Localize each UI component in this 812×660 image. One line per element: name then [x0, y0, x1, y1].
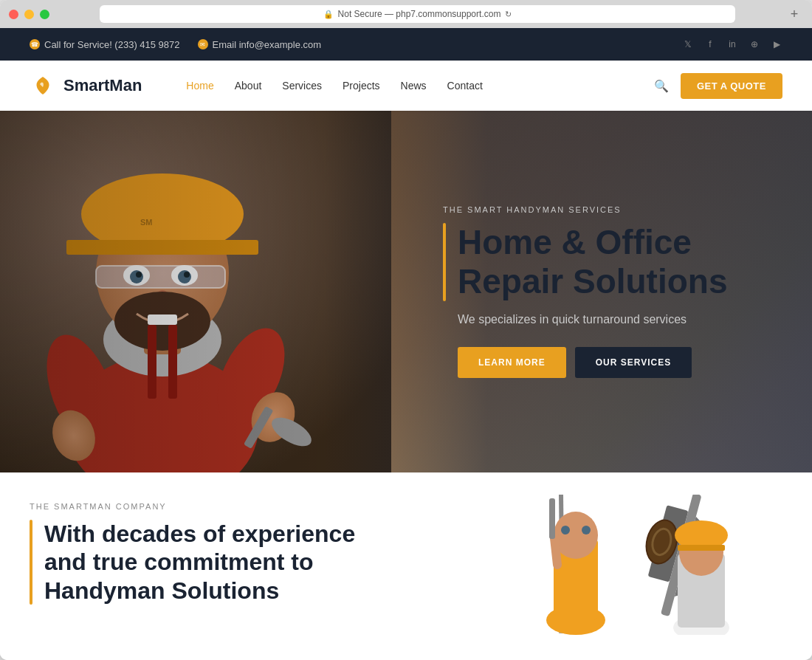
nav-services[interactable]: Services [282, 80, 322, 92]
browser-maximize-btn[interactable] [40, 10, 49, 19]
svg-point-33 [561, 526, 570, 534]
about-title-wrapper: With decades of experience and true comm… [30, 520, 399, 605]
browser-titlebar: 🔒 Not Secure — php7.commonsupport.com ↻ … [0, 0, 812, 28]
search-icon[interactable]: 🔍 [654, 79, 669, 93]
about-title: With decades of experience and true comm… [44, 520, 355, 605]
twitter-icon[interactable]: 𝕏 [682, 38, 694, 50]
address-bar[interactable]: 🔒 Not Secure — php7.commonsupport.com ↻ [100, 5, 735, 23]
about-workers-svg [472, 495, 782, 635]
youtube-icon[interactable]: ▶ [771, 38, 782, 50]
our-services-button[interactable]: OUR SERVICES [575, 347, 692, 378]
logo-icon [30, 72, 56, 99]
hero-title: Home & Office Repair Solutions [458, 223, 727, 301]
hero-buttons: LEARN MORE OUR SERVICES [458, 347, 768, 378]
learn-more-button[interactable]: LEARN MORE [458, 347, 566, 378]
email-icon: ✉ [198, 39, 208, 49]
hero-content: THE SMART HANDYMAN SERVICES Home & Offic… [443, 205, 768, 378]
header-actions: 🔍 GET A QUOTE [654, 73, 782, 99]
email-info: ✉ Email info@example.com [198, 39, 322, 50]
nav-news[interactable]: News [401, 80, 427, 92]
hero-accent-bar [443, 223, 446, 301]
get-quote-button[interactable]: GET A QUOTE [681, 73, 782, 99]
phone-icon: ☎ [30, 39, 40, 49]
hero-title-wrapper: Home & Office Repair Solutions [443, 223, 768, 301]
phone-label: Call for Service! (233) 415 9872 [44, 39, 180, 50]
topbar-left: ☎ Call for Service! (233) 415 9872 ✉ Ema… [30, 39, 321, 50]
nav-projects[interactable]: Projects [343, 80, 380, 92]
about-eyebrow: THE SMARTMAN COMPANY [30, 502, 399, 511]
browser-close-btn[interactable] [9, 10, 18, 19]
new-tab-button[interactable]: + [785, 5, 803, 23]
hero-eyebrow: THE SMART HANDYMAN SERVICES [443, 205, 768, 214]
facebook-icon[interactable]: f [704, 38, 716, 50]
svg-point-34 [582, 526, 591, 534]
hero-subtitle: We specializes in quick turnaround servi… [458, 313, 768, 326]
main-nav: Home About Services Projects News Contac… [186, 80, 482, 92]
svg-rect-36 [549, 498, 555, 539]
browser-content: ☎ Call for Service! (233) 415 9872 ✉ Ema… [0, 28, 812, 660]
address-text: Not Secure — php7.commonsupport.com [338, 9, 501, 19]
nav-about[interactable]: About [235, 80, 262, 92]
lock-icon: 🔒 [323, 10, 334, 19]
about-left: THE SMARTMAN COMPANY With decades of exp… [30, 502, 399, 605]
globe-icon[interactable]: ⊕ [749, 38, 760, 50]
nav-contact[interactable]: Contact [447, 80, 483, 92]
linkedin-icon[interactable]: in [726, 38, 738, 50]
browser-window: 🔒 Not Secure — php7.commonsupport.com ↻ … [0, 0, 812, 660]
hero-section: SM THE SMART HANDYMAN SERVICES Home & Of… [0, 111, 812, 472]
about-accent-bar [30, 520, 32, 605]
topbar: ☎ Call for Service! (233) 415 9872 ✉ Ema… [0, 28, 812, 61]
logo-text: SmartMan [63, 76, 142, 95]
svg-rect-52 [678, 545, 725, 551]
email-label: Email info@example.com [213, 39, 322, 50]
about-section: THE SMARTMAN COMPANY With decades of exp… [0, 472, 812, 660]
header: SmartMan Home About Services Projects Ne… [0, 61, 812, 111]
nav-home[interactable]: Home [186, 80, 213, 92]
logo[interactable]: SmartMan [30, 72, 142, 99]
refresh-icon[interactable]: ↻ [505, 10, 512, 19]
about-right [399, 502, 782, 635]
topbar-social: 𝕏 f in ⊕ ▶ [682, 38, 782, 50]
phone-info: ☎ Call for Service! (233) 415 9872 [30, 39, 180, 50]
site-wrapper: ☎ Call for Service! (233) 415 9872 ✉ Ema… [0, 28, 812, 660]
browser-minimize-btn[interactable] [24, 10, 34, 19]
